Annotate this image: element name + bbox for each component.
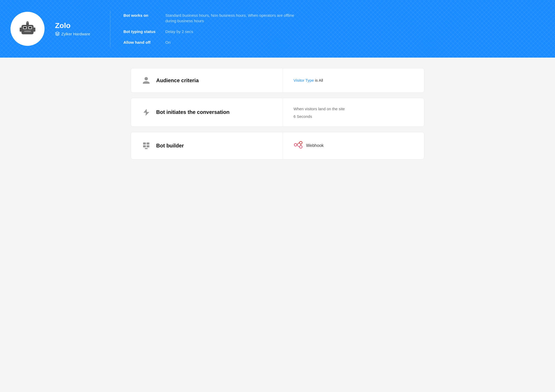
bot-initiates-title: Bot initiates the conversation <box>156 109 230 115</box>
bot-initiates-card[interactable]: Bot initiates the conversation When visi… <box>131 98 424 127</box>
bot-meta: Bot works on Standard business hours, No… <box>123 13 296 45</box>
bot-name: Zolo <box>55 21 97 30</box>
svg-rect-13 <box>146 145 149 147</box>
bot-initiates-right: When visitors land on the site 6 Seconds <box>283 98 424 126</box>
svg-rect-14 <box>145 148 148 149</box>
bot-org: Zylker Hardware <box>55 31 97 36</box>
meta-value-bot-works-on: Standard business hours, Non business ho… <box>165 13 296 24</box>
bot-info: Zolo Zylker Hardware <box>55 21 97 36</box>
org-layers-icon <box>55 31 60 36</box>
meta-row-allow-handoff: Allow hand off On <box>123 40 296 45</box>
svg-point-15 <box>294 143 297 146</box>
svg-rect-12 <box>143 145 146 147</box>
meta-label-bot-works-on: Bot works on <box>123 13 160 18</box>
webhook-icon <box>293 140 303 151</box>
person-icon <box>142 76 151 85</box>
bot-builder-icon <box>142 141 151 150</box>
svg-point-16 <box>300 141 302 144</box>
meta-row-typing-status: Bot typing status Delay by 2 secs <box>123 29 296 34</box>
meta-value-typing-status: Delay by 2 secs <box>165 29 193 34</box>
svg-rect-4 <box>29 27 31 29</box>
meta-row-bot-works-on: Bot works on Standard business hours, No… <box>123 13 296 24</box>
webhook-row: Webhook <box>293 140 413 151</box>
svg-rect-0 <box>21 25 34 34</box>
audience-criteria-left: Audience criteria <box>131 68 283 92</box>
svg-rect-9 <box>33 27 35 32</box>
bot-avatar <box>10 12 45 46</box>
bot-builder-card[interactable]: Bot builder Webhook <box>131 132 424 159</box>
audience-criteria-detail: Visitor Type is All <box>293 78 413 84</box>
audience-criteria-card[interactable]: Audience criteria Visitor Type is All <box>131 68 424 93</box>
svg-rect-11 <box>146 142 149 145</box>
bot-initiates-detail-line2: 6 Seconds <box>293 114 413 119</box>
bot-initiates-detail-line1: When visitors land on the site <box>293 106 413 112</box>
svg-point-7 <box>26 21 29 23</box>
visitor-type-link[interactable]: Visitor Type <box>293 78 314 82</box>
visitor-type-rest: is All <box>314 78 323 82</box>
svg-rect-8 <box>20 27 22 32</box>
bolt-icon <box>142 108 151 117</box>
svg-rect-3 <box>24 27 26 29</box>
audience-criteria-right: Visitor Type is All <box>283 68 424 92</box>
page-header: Zolo Zylker Hardware Bot works on Standa… <box>0 0 555 58</box>
svg-rect-10 <box>143 142 146 145</box>
meta-label-allow-handoff: Allow hand off <box>123 40 160 45</box>
header-divider <box>110 10 110 47</box>
meta-label-typing-status: Bot typing status <box>123 29 160 34</box>
meta-value-allow-handoff: On <box>165 40 171 45</box>
audience-criteria-title: Audience criteria <box>156 78 199 84</box>
svg-point-17 <box>300 146 302 148</box>
bot-builder-right: Webhook <box>283 132 424 159</box>
bot-builder-title: Bot builder <box>156 143 184 149</box>
bot-org-name: Zylker Hardware <box>61 32 90 36</box>
bot-builder-left: Bot builder <box>131 132 283 159</box>
bot-initiates-left: Bot initiates the conversation <box>131 98 283 126</box>
webhook-label: Webhook <box>306 143 324 148</box>
main-content: Audience criteria Visitor Type is All Bo… <box>120 58 435 170</box>
svg-rect-5 <box>24 31 31 32</box>
